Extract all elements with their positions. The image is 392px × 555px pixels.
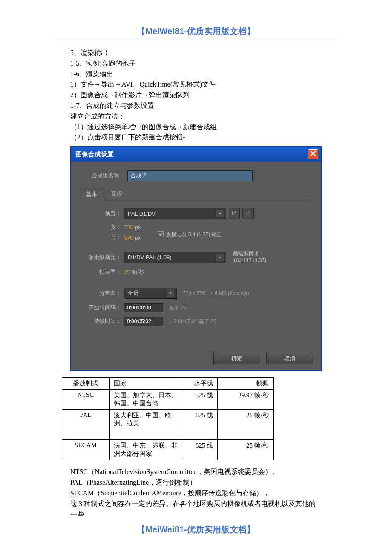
note-line: NTSC（NationalTelevisionSystemCommittee，美…: [70, 467, 322, 477]
close-button[interactable]: [308, 149, 318, 159]
delete-preset-button[interactable]: [242, 208, 254, 219]
preset-dropdown[interactable]: PAL D1/DV: [124, 208, 226, 219]
fps-unit: 帧/秒: [132, 268, 144, 276]
page-footer: 【MeiWei81-优质实用版文档】: [0, 524, 392, 535]
body-line: 1-5、实例:奔跑的孢子: [70, 58, 322, 69]
trash-icon: [245, 210, 251, 217]
checkbox-icon: [158, 231, 164, 237]
body-line: 1-7、合成的建立与参数设置: [70, 101, 322, 111]
par-value: D1/DV PAL (1.09): [128, 254, 172, 260]
duration-input[interactable]: 0:00:05:02: [124, 317, 163, 326]
close-icon: [310, 150, 316, 158]
px-unit: px: [135, 234, 141, 241]
tab-advanced[interactable]: 高级: [104, 188, 129, 200]
chevron-down-icon: [216, 253, 224, 262]
start-timecode-hint: 基于 25: [169, 304, 187, 312]
comp-name-label: 合成组名称：: [79, 172, 125, 179]
th-freq: 帧频: [218, 378, 274, 390]
body-line: （1）通过选择菜单栏中的图像合成→新建合成组: [70, 122, 322, 133]
width-input[interactable]: 720: [124, 224, 133, 231]
body-line: （2）点击项目窗口下的新建合成按钮-: [70, 132, 322, 143]
comp-name-input[interactable]: 合成 2: [127, 170, 253, 181]
duration-hint: = 0:00:05:02 基于 25: [169, 318, 216, 325]
par-label: 像素纵横比：: [79, 254, 121, 261]
header-rule: [55, 39, 337, 39]
fps-input[interactable]: 25: [124, 269, 130, 275]
dialog-title: 图像合成设置: [75, 150, 114, 159]
ok-button[interactable]: 确定: [213, 353, 260, 364]
th-country: 国家: [110, 378, 182, 390]
composition-settings-dialog: 图像合成设置 合成组名称： 合成 2 基本 高级 预置：: [70, 146, 322, 371]
preset-value: PAL D1/DV: [128, 211, 156, 217]
save-preset-button[interactable]: [229, 208, 240, 219]
th-lines: 水平线: [182, 378, 218, 390]
fps-label: 帧速率：: [79, 268, 121, 276]
table-header-row: 播放制式 国家 水平线 帧频: [62, 378, 274, 390]
body-line: 1-6、渲染输出: [70, 69, 322, 80]
resolution-value: 全屏: [128, 289, 139, 297]
chevron-down-icon: [166, 289, 175, 298]
table-row: PAL 澳大利亚、中国、欧洲、拉美 625 线 25 帧/秒: [62, 410, 274, 440]
chevron-down-icon: [216, 209, 224, 218]
note-line: PAL（PhaseAlternatingLine，逐行倒相制）: [70, 477, 322, 488]
start-timecode-input[interactable]: 0:00:00:00: [124, 303, 163, 312]
tabs: 基本 高级: [79, 188, 313, 200]
par-dropdown[interactable]: D1/DV PAL (1.09): [124, 252, 226, 263]
lock-aspect-checkbox[interactable]: 纵横比以 5:4 (1.25) 锁定: [158, 231, 222, 238]
svg-rect-1: [233, 211, 235, 213]
width-label: 宽：: [79, 223, 121, 231]
body-line: 5、渲染输出: [70, 48, 322, 58]
cancel-button[interactable]: 取消: [266, 353, 313, 364]
format-table: 播放制式 国家 水平线 帧频 NTSC 美国、加拿大、日本、韩国、中国台湾 52…: [62, 377, 274, 460]
preset-label: 预置：: [79, 210, 121, 217]
frame-aspect-readout: 画幅纵横比： 160:117 (1.37): [233, 251, 266, 264]
lock-aspect-label: 纵横比以 5:4 (1.25) 锁定: [166, 231, 222, 238]
resolution-hint: 720 x 576，1.6 MB (8bpc/帧): [183, 290, 249, 297]
save-icon: [231, 210, 237, 217]
body-line: 2）图像合成→制作影片→弹出渲染队列: [70, 90, 322, 101]
dialog-titlebar[interactable]: 图像合成设置: [71, 147, 321, 162]
resolution-label: 分辨率：: [79, 289, 121, 297]
body-line: 建立合成的方法：: [70, 111, 322, 122]
page-header: 【MeiWei81-优质实用版文档】: [0, 26, 392, 37]
table-row: SECAM 法国、中东、苏联、非洲大部分国家 625 线 25 帧/秒: [62, 440, 274, 460]
tab-basic[interactable]: 基本: [79, 188, 104, 200]
note-line: SECAM（SequentielCouleurAMemoire，按顺序传送彩色与…: [70, 488, 322, 499]
px-unit: px: [135, 224, 141, 231]
note-line: 这 3 种制式之间存在一定的差异。在各个地区购买的摄像机或者电视机以及其他的一些: [70, 499, 322, 520]
height-label: 高：: [79, 234, 121, 241]
body-line: 1）文件→导出→AVI、QuickTime(常见格式)文件: [70, 79, 322, 90]
height-input[interactable]: 576: [124, 234, 133, 241]
resolution-dropdown[interactable]: 全屏: [124, 288, 177, 299]
duration-label: 持续时间：: [79, 318, 121, 325]
start-timecode-label: 开始时间码：: [79, 304, 121, 312]
table-row: NTSC 美国、加拿大、日本、韩国、中国台湾 525 线 29.97 帧/秒: [62, 390, 274, 410]
th-format: 播放制式: [62, 378, 110, 390]
